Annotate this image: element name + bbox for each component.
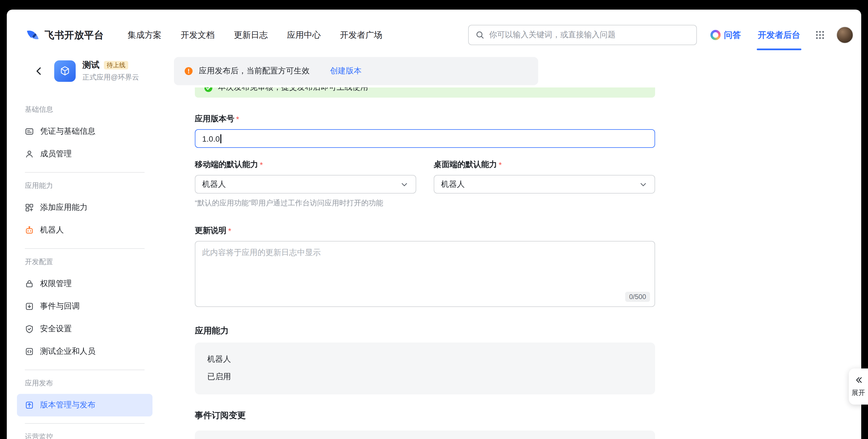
top-navbar: 飞书开放平台 集成方案 开发文档 更新日志 应用中心 开发者广场 你可以输入关键…	[7, 9, 861, 50]
sidebar-item-label: 机器人	[40, 225, 64, 235]
search-input[interactable]: 你可以输入关键词，或直接输入问题	[468, 25, 697, 45]
sidebar-item-label: 成员管理	[40, 149, 72, 159]
nav-item-app-center[interactable]: 应用中心	[287, 30, 321, 40]
app-name: 测试	[83, 60, 99, 71]
app-subheader: 测试 待上线 正式应用@环界云 应用发布后，当前配置方可生效 创建版本	[7, 50, 861, 88]
members-icon	[25, 149, 34, 159]
user-avatar[interactable]	[836, 27, 853, 43]
version-label: 应用版本号*	[195, 113, 655, 125]
success-banner: 本次发布免审核，提交发布后即可上线使用	[195, 88, 655, 98]
sidebar-divider	[25, 248, 145, 249]
search-placeholder: 你可以输入关键词，或直接输入问题	[489, 30, 616, 40]
update-notes-placeholder: 此内容将于应用的更新日志中显示	[202, 248, 321, 257]
nav-item-integration[interactable]: 集成方案	[128, 30, 161, 40]
expand-panel-button[interactable]: 展开	[849, 368, 868, 405]
sidebar-item-label: 版本管理与发布	[40, 400, 95, 410]
sidebar-section-basic: 基础信息	[17, 103, 163, 116]
sidebar-section-dev-config: 开发配置	[17, 256, 163, 268]
success-banner-text: 本次发布免审核，提交发布后即可上线使用	[218, 88, 368, 93]
version-input[interactable]: 1.0.0	[195, 129, 655, 148]
main-content: 本次发布免审核，提交发布后即可上线使用 应用版本号* 1.0.0 移动端的默认能…	[174, 88, 861, 439]
lock-icon	[25, 279, 34, 288]
capability-hint: “默认的应用功能”即用户通过工作台访问应用时打开的功能	[195, 198, 655, 208]
update-notes-textarea[interactable]: 此内容将于应用的更新日志中显示 0/500	[195, 241, 655, 307]
chevron-down-icon	[400, 180, 409, 189]
desktop-capability-value: 机器人	[441, 179, 465, 189]
sidebar-item-security[interactable]: 安全设置	[17, 318, 153, 340]
bot-icon	[25, 226, 34, 235]
nav-item-docs[interactable]: 开发文档	[181, 30, 215, 40]
create-version-link[interactable]: 创建版本	[330, 66, 362, 76]
sidebar-item-bot[interactable]: 机器人	[17, 219, 153, 241]
desktop-capability-label: 桌面端的默认能力*	[434, 159, 655, 170]
desktop-capability-select[interactable]: 机器人	[434, 175, 655, 194]
nav-item-marketplace[interactable]: 开发者广场	[340, 30, 382, 40]
required-mark: *	[260, 160, 263, 169]
event-callback-icon	[25, 302, 34, 311]
mobile-capability-value: 机器人	[202, 179, 226, 189]
brand-name: 飞书开放平台	[44, 29, 104, 41]
qa-icon	[710, 30, 721, 40]
back-icon[interactable]	[34, 66, 45, 76]
primary-nav: 集成方案 开发文档 更新日志 应用中心 开发者广场	[128, 30, 382, 40]
capability-card: 机器人 已启用	[195, 342, 655, 395]
capability-status: 已启用	[207, 371, 643, 382]
status-badge: 待上线	[104, 61, 128, 69]
shield-icon	[25, 325, 34, 334]
sidebar-item-label: 测试企业和人员	[40, 346, 95, 357]
sidebar-divider	[25, 172, 145, 173]
sidebar-item-events[interactable]: 事件与回调	[17, 295, 153, 318]
sidebar-divider	[25, 423, 145, 424]
sidebar-item-credentials[interactable]: 凭证与基础信息	[17, 120, 153, 143]
qa-link[interactable]: 问答	[710, 30, 741, 40]
mobile-capability-label: 移动端的默认能力*	[195, 159, 416, 170]
mobile-capability-select[interactable]: 机器人	[195, 175, 416, 194]
sidebar-item-label: 凭证与基础信息	[40, 126, 95, 137]
brand[interactable]: 飞书开放平台	[25, 28, 104, 42]
capability-name: 机器人	[207, 354, 643, 365]
sidebar-item-label: 权限管理	[40, 279, 72, 289]
version-value: 1.0.0	[202, 134, 220, 143]
text-cursor	[220, 134, 221, 143]
required-mark: *	[228, 226, 231, 235]
add-capability-icon	[25, 203, 34, 212]
feishu-logo-icon	[25, 28, 40, 42]
sidebar-item-label: 添加应用能力	[40, 203, 88, 213]
app-icon	[54, 60, 76, 82]
nav-item-changelog[interactable]: 更新日志	[234, 30, 268, 40]
sidebar-item-test-users[interactable]: 测试企业和人员	[17, 340, 153, 363]
sidebar-item-add-capability[interactable]: 添加应用能力	[17, 196, 153, 219]
credential-icon	[25, 127, 34, 136]
page: 飞书开放平台 集成方案 开发文档 更新日志 应用中心 开发者广场 你可以输入关键…	[0, 0, 868, 439]
capability-section-title: 应用能力	[195, 326, 655, 337]
sidebar-item-permissions[interactable]: 权限管理	[17, 273, 153, 295]
chevron-down-icon	[639, 180, 648, 189]
browser-content: 飞书开放平台 集成方案 开发文档 更新日志 应用中心 开发者广场 你可以输入关键…	[7, 9, 861, 439]
sidebar-item-label: 事件与回调	[40, 301, 80, 311]
app-subtitle: 正式应用@环界云	[83, 73, 139, 82]
apps-grid-icon[interactable]	[815, 30, 825, 40]
event-section-title: 事件订阅变更	[195, 410, 655, 421]
tab-developer-console[interactable]: 开发者后台	[758, 20, 800, 50]
publish-alert-banner: 应用发布后，当前配置方可生效 创建版本	[174, 57, 538, 85]
expand-label: 展开	[851, 388, 865, 398]
sidebar-section-capability: 应用能力	[17, 179, 163, 192]
sidebar-section-monitoring: 运营监控	[17, 431, 163, 439]
release-icon	[25, 401, 34, 410]
search-icon	[475, 31, 485, 39]
collapse-left-icon	[854, 375, 863, 384]
required-mark: *	[236, 114, 239, 124]
sidebar: 基础信息 凭证与基础信息 成员管理	[7, 88, 174, 439]
warning-icon	[184, 67, 193, 76]
sidebar-item-members[interactable]: 成员管理	[17, 143, 153, 165]
alert-text: 应用发布后，当前配置方可生效	[199, 66, 309, 76]
sidebar-divider	[25, 370, 145, 370]
success-check-icon	[204, 88, 213, 93]
qa-label: 问答	[724, 30, 741, 40]
char-counter: 0/500	[625, 292, 650, 302]
sidebar-item-version-release[interactable]: 版本管理与发布	[17, 394, 153, 416]
app-meta: 测试 待上线 正式应用@环界云	[83, 60, 139, 82]
event-card	[195, 431, 655, 439]
sidebar-item-label: 安全设置	[40, 324, 72, 334]
update-notes-label: 更新说明*	[195, 225, 655, 236]
